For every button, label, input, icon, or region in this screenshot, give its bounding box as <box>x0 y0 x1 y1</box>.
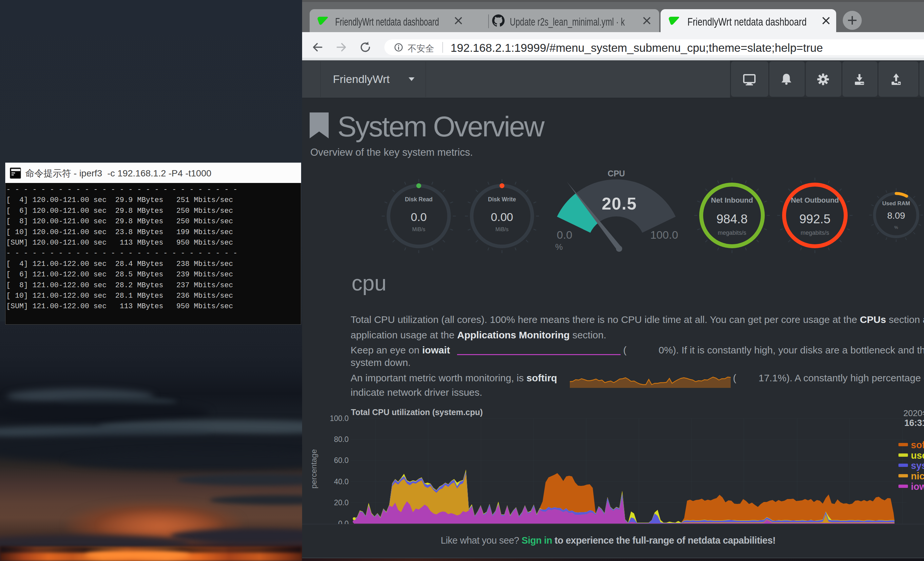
svg-text:%: % <box>894 225 898 230</box>
svg-text:992.5: 992.5 <box>799 212 830 226</box>
svg-text:megabits/s: megabits/s <box>801 230 829 236</box>
svg-text:100.0: 100.0 <box>650 229 678 241</box>
svg-text:%: % <box>555 242 562 252</box>
svg-text:Disk Read: Disk Read <box>405 196 433 203</box>
svg-text:984.8: 984.8 <box>716 212 747 226</box>
svg-text:8.09: 8.09 <box>887 211 905 221</box>
svg-text:megabits/s: megabits/s <box>718 230 746 236</box>
svg-text:Disk Write: Disk Write <box>488 196 516 203</box>
svg-text:MiB/s: MiB/s <box>412 227 425 232</box>
svg-text:0.0: 0.0 <box>411 211 427 223</box>
svg-text:0.0: 0.0 <box>557 229 572 241</box>
svg-text:CPU: CPU <box>608 169 625 178</box>
svg-text:20.5: 20.5 <box>602 194 637 213</box>
svg-text:MiB/s: MiB/s <box>495 227 508 232</box>
svg-text:0.00: 0.00 <box>491 211 513 223</box>
svg-text:Used RAM: Used RAM <box>882 200 910 206</box>
svg-text:Net Inbound: Net Inbound <box>711 196 753 204</box>
svg-text:Net Outbound: Net Outbound <box>791 196 839 204</box>
